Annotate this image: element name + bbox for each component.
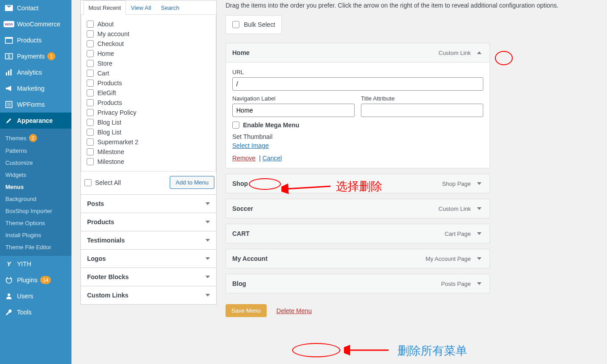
page-checkbox[interactable]: [87, 89, 94, 96]
page-checkbox[interactable]: [87, 109, 94, 116]
sidebar-item-marketing[interactable]: Marketing: [0, 80, 71, 96]
expand-toggle[interactable]: [475, 255, 483, 263]
tab-search[interactable]: Search: [156, 0, 184, 15]
sidebar-item-contact[interactable]: Contact: [0, 0, 71, 16]
page-item[interactable]: Milestone: [85, 147, 212, 157]
bulk-select-checkbox[interactable]: [232, 21, 239, 28]
page-item[interactable]: Checkout: [85, 39, 212, 49]
submenu-menus[interactable]: Menus: [0, 181, 71, 193]
page-checkbox[interactable]: [87, 129, 94, 136]
menu-item[interactable]: CARTCart Page: [226, 224, 490, 243]
page-checkbox[interactable]: [87, 158, 94, 165]
page-item[interactable]: Privacy Policy: [85, 108, 212, 117]
submenu-background[interactable]: Background: [0, 193, 71, 205]
menu-item-bar[interactable]: Home Custom Link: [226, 43, 490, 62]
menu-item-title: Blog: [232, 280, 441, 287]
menu-item[interactable]: My AccountMy Account Page: [226, 249, 490, 268]
tab-most-recent[interactable]: Most Recent: [84, 0, 126, 15]
sidebar-item-tools[interactable]: Tools: [0, 304, 71, 320]
page-item[interactable]: About: [85, 19, 212, 29]
menu-item-home[interactable]: Home Custom Link URL Navigation Label: [226, 43, 490, 168]
submenu-themeopt[interactable]: Theme Options: [0, 217, 71, 229]
page-item[interactable]: Products: [85, 98, 212, 108]
menu-item-bar[interactable]: ShopShop Page: [226, 174, 490, 193]
page-checkbox[interactable]: [87, 119, 94, 126]
page-checkbox[interactable]: [87, 40, 94, 47]
posts-toggle[interactable]: Posts: [81, 195, 216, 213]
page-item[interactable]: Blog List: [85, 117, 212, 127]
submenu-install[interactable]: Install Plugins: [0, 229, 71, 241]
menu-item-bar[interactable]: CARTCart Page: [226, 224, 490, 243]
nav-label-input[interactable]: [232, 104, 355, 117]
expand-toggle[interactable]: [475, 280, 483, 288]
logos-toggle[interactable]: Logos: [81, 250, 216, 268]
menu-item[interactable]: ShopShop Page: [226, 174, 490, 193]
sidebar-item-products[interactable]: Products: [0, 32, 71, 48]
custom-links-toggle[interactable]: Custom Links: [81, 286, 216, 304]
sidebar-item-wpforms[interactable]: WPForms: [0, 96, 71, 113]
select-all-checkbox[interactable]: [84, 179, 92, 186]
save-menu-button[interactable]: Save Menu: [226, 304, 267, 317]
delete-menu-link[interactable]: Delete Menu: [276, 307, 312, 314]
menu-item-bar[interactable]: SoccerCustom Link: [226, 199, 490, 218]
page-item[interactable]: Store: [85, 59, 212, 68]
save-bar: Save Menu Delete Menu: [226, 299, 598, 317]
page-checkbox[interactable]: [87, 50, 94, 57]
mega-menu-checkbox[interactable]: [232, 121, 239, 129]
page-item[interactable]: Home: [85, 49, 212, 59]
page-item[interactable]: Cart: [85, 68, 212, 78]
products-toggle[interactable]: Products: [81, 213, 216, 231]
expand-toggle[interactable]: [475, 180, 483, 188]
page-item[interactable]: My account: [85, 29, 212, 39]
page-item[interactable]: Blog List: [85, 127, 212, 137]
page-checkbox[interactable]: [87, 99, 94, 106]
megaphone-icon: [4, 84, 13, 93]
page-checkbox[interactable]: [87, 70, 94, 77]
expand-toggle[interactable]: [475, 205, 483, 213]
submenu-themes[interactable]: Themes2: [0, 131, 71, 145]
page-item[interactable]: Milestone: [85, 157, 212, 167]
expand-toggle[interactable]: [475, 230, 483, 238]
page-checkbox[interactable]: [87, 138, 94, 146]
page-checkbox[interactable]: [87, 30, 94, 38]
menu-item[interactable]: BlogPosts Page: [226, 274, 490, 293]
menu-item[interactable]: SoccerCustom Link: [226, 199, 490, 218]
page-checkbox[interactable]: [87, 148, 94, 155]
title-attr-input[interactable]: [361, 104, 483, 117]
page-checkbox[interactable]: [87, 21, 94, 28]
cancel-link[interactable]: Cancel: [263, 155, 282, 162]
submenu-editor[interactable]: Theme File Editor: [0, 241, 71, 253]
pages-list[interactable]: AboutMy accountCheckoutHomeStoreCartProd…: [81, 15, 216, 172]
chevron-down-icon: [205, 294, 210, 297]
page-item[interactable]: Products: [85, 78, 212, 88]
sidebar-label: WooCommerce: [17, 21, 60, 28]
user-icon: [4, 292, 13, 301]
page-checkbox[interactable]: [87, 79, 94, 87]
sidebar-item-yith[interactable]: YYITH: [0, 256, 71, 272]
submenu-patterns[interactable]: Patterns: [0, 145, 71, 157]
submenu-boxshop[interactable]: BoxShop Importer: [0, 205, 71, 217]
menu-item-bar[interactable]: My AccountMy Account Page: [226, 249, 490, 268]
submenu-widgets[interactable]: Widgets: [0, 169, 71, 181]
sidebar-item-payments[interactable]: $Payments1: [0, 48, 71, 64]
footer-toggle[interactable]: Footer Blocks: [81, 268, 216, 286]
testimonials-toggle[interactable]: Testimonials: [81, 231, 216, 249]
select-image-link[interactable]: Select Image: [232, 142, 269, 149]
sidebar-item-users[interactable]: Users: [0, 288, 71, 304]
menu-item-bar[interactable]: BlogPosts Page: [226, 274, 490, 293]
sidebar-item-woocommerce[interactable]: wooWooCommerce: [0, 16, 71, 32]
url-input[interactable]: [232, 77, 483, 91]
sidebar-item-appearance[interactable]: Appearance: [0, 113, 71, 129]
collapse-toggle[interactable]: [475, 49, 483, 57]
remove-link[interactable]: Remove: [232, 155, 255, 162]
add-to-menu-button[interactable]: Add to Menu: [170, 176, 214, 189]
page-item[interactable]: Supermarket 2: [85, 137, 212, 147]
sidebar-item-plugins[interactable]: Plugins14: [0, 272, 71, 288]
tab-view-all[interactable]: View All: [126, 0, 156, 15]
page-item[interactable]: EleGift: [85, 88, 212, 98]
submenu-customize[interactable]: Customize: [0, 157, 71, 169]
select-all[interactable]: Select All: [83, 178, 123, 188]
page-checkbox[interactable]: [87, 60, 94, 67]
sidebar-item-analytics[interactable]: Analytics: [0, 64, 71, 80]
pages-tabs: Most Recent View All Search: [81, 0, 216, 15]
